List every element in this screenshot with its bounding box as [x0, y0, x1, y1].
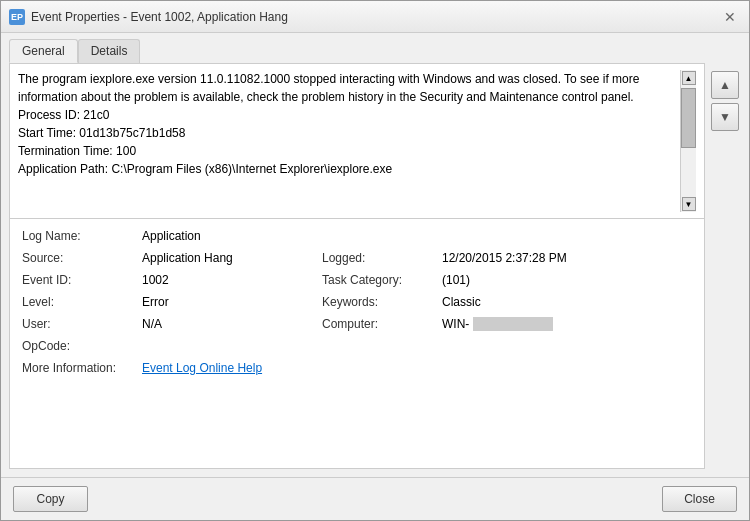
window-close-button[interactable]: ✕ — [719, 6, 741, 28]
footer: Copy Close — [1, 477, 749, 520]
logged-label: Logged: — [322, 249, 442, 267]
dialog-icon: EP — [9, 9, 25, 25]
description-content: The program iexplore.exe version 11.0.11… — [18, 72, 639, 176]
tab-general[interactable]: General — [9, 39, 78, 63]
scroll-thumb[interactable] — [681, 88, 696, 148]
computer-value: WIN- — [442, 315, 692, 333]
details-grid: Log Name: Application Source: Applicatio… — [10, 219, 704, 385]
keywords-value: Classic — [442, 293, 692, 311]
dialog-title: Event Properties - Event 1002, Applicati… — [31, 10, 288, 24]
tab-details[interactable]: Details — [78, 39, 141, 63]
description-text: The program iexplore.exe version 11.0.11… — [18, 70, 680, 212]
navigate-down-button[interactable]: ▼ — [711, 103, 739, 131]
source-label: Source: — [22, 249, 142, 267]
title-bar: EP Event Properties - Event 1002, Applic… — [1, 1, 749, 33]
scroll-down-button[interactable]: ▼ — [682, 197, 696, 211]
task-category-label: Task Category: — [322, 271, 442, 289]
keywords-label: Keywords: — [322, 293, 442, 311]
copy-button[interactable]: Copy — [13, 486, 88, 512]
navigate-up-button[interactable]: ▲ — [711, 71, 739, 99]
computer-redacted — [473, 317, 553, 331]
log-name-value: Application — [142, 227, 692, 245]
scrollbar[interactable]: ▲ ▼ — [680, 70, 696, 212]
more-info-label: More Information: — [22, 359, 142, 377]
title-bar-left: EP Event Properties - Event 1002, Applic… — [9, 9, 288, 25]
event-id-value: 1002 — [142, 271, 322, 289]
scroll-up-button[interactable]: ▲ — [682, 71, 696, 85]
event-id-label: Event ID: — [22, 271, 142, 289]
tabs-area: General Details — [1, 33, 749, 63]
source-value: Application Hang — [142, 249, 322, 267]
user-label: User: — [22, 315, 142, 333]
event-properties-dialog: EP Event Properties - Event 1002, Applic… — [0, 0, 750, 521]
description-box: The program iexplore.exe version 11.0.11… — [10, 64, 704, 219]
log-name-label: Log Name: — [22, 227, 142, 245]
side-arrows: ▲ ▼ — [709, 63, 741, 469]
task-category-value: (101) — [442, 271, 692, 289]
main-panel: The program iexplore.exe version 11.0.11… — [9, 63, 705, 469]
level-value: Error — [142, 293, 322, 311]
logged-value: 12/20/2015 2:37:28 PM — [442, 249, 692, 267]
level-label: Level: — [22, 293, 142, 311]
content-area: The program iexplore.exe version 11.0.11… — [1, 63, 749, 477]
computer-label: Computer: — [322, 315, 442, 333]
user-value: N/A — [142, 315, 322, 333]
close-button[interactable]: Close — [662, 486, 737, 512]
computer-value-text: WIN- — [442, 317, 469, 331]
opcode-label: OpCode: — [22, 337, 142, 355]
opcode-value — [142, 337, 692, 355]
event-log-online-help-link[interactable]: Event Log Online Help — [142, 359, 692, 377]
